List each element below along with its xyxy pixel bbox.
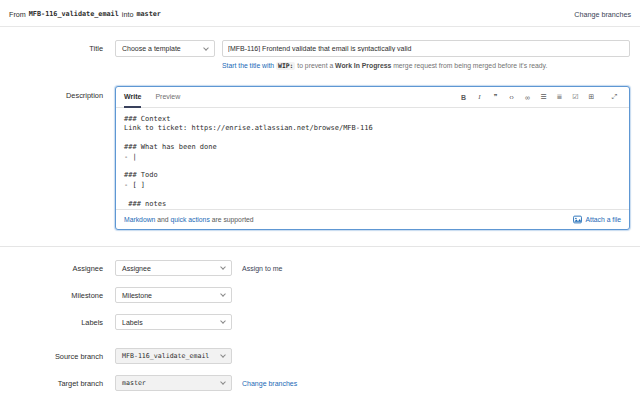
source-branch-dropdown[interactable]: MFB-116_validate_email: [115, 348, 232, 364]
numbered-list-icon[interactable]: ≣: [553, 91, 566, 104]
fullscreen-icon[interactable]: ⤢: [608, 91, 621, 104]
target-branch-dropdown[interactable]: master: [115, 375, 232, 391]
bulleted-list-icon[interactable]: ☰: [537, 91, 550, 104]
labels-dropdown[interactable]: Labels: [115, 314, 232, 330]
assign-to-me-link[interactable]: Assign to me: [242, 265, 282, 272]
description-label: Description: [0, 86, 115, 100]
into-label: into: [122, 10, 134, 19]
choose-template-label: Choose a template: [122, 45, 181, 52]
milestone-dropdown[interactable]: Milestone: [115, 287, 232, 303]
editor-footer: Markdown and quick actions are supported…: [116, 209, 629, 229]
new-merge-request-page: From MFB-116_validate_email into master …: [0, 0, 640, 400]
chevron-down-icon: [220, 318, 226, 324]
choose-template-dropdown[interactable]: Choose a template: [115, 40, 215, 57]
tab-preview[interactable]: Preview: [155, 87, 180, 108]
attach-file-label: Attach a file: [585, 216, 621, 223]
bold-icon[interactable]: B: [457, 91, 470, 104]
labels-row: Labels Labels: [0, 314, 640, 330]
assignee-label: Assignee: [0, 264, 115, 273]
chevron-down-icon: [220, 379, 226, 385]
attach-file-button[interactable]: Attach a file: [573, 215, 621, 224]
chevron-down-icon: [220, 352, 226, 358]
description-row: Description Write Preview B I ❞ ‹› ∞ ☰ ≣…: [0, 86, 640, 230]
source-branch-label: Source branch: [0, 352, 115, 361]
branch-summary-header: From MFB-116_validate_email into master …: [0, 0, 640, 27]
target-branch-value: master: [122, 379, 146, 387]
description-textarea[interactable]: ### Context Link to ticket: https://enri…: [116, 108, 629, 209]
footer-rest-text: are supported: [210, 216, 254, 223]
wip-hint: Start the title with WIP: to prevent a W…: [222, 61, 630, 71]
link-icon[interactable]: ∞: [521, 91, 534, 104]
target-branch-row: Target branch master Change branches: [0, 375, 640, 391]
assignee-dropdown-value: Assignee: [122, 265, 151, 272]
milestone-label: Milestone: [0, 291, 115, 300]
labels-dropdown-value: Labels: [122, 319, 143, 326]
source-branch-value: MFB-116_validate_email: [122, 352, 209, 360]
task-list-icon[interactable]: ☑: [569, 91, 582, 104]
chevron-down-icon: [220, 291, 226, 297]
change-branches-link-bottom[interactable]: Change branches: [242, 380, 297, 387]
from-label: From: [9, 10, 26, 19]
title-row: Title Choose a template: [0, 40, 640, 57]
source-branch-row: Source branch MFB-116_validate_email: [0, 348, 640, 364]
meta-fields: Assignee Assignee Assign to me Milestone…: [0, 260, 640, 330]
labels-label: Labels: [0, 318, 115, 327]
section-divider: [0, 246, 640, 247]
quick-actions-link[interactable]: quick actions: [170, 216, 209, 223]
assignee-row: Assignee Assignee Assign to me: [0, 260, 640, 276]
table-icon[interactable]: ⊞: [585, 91, 598, 104]
code-icon[interactable]: ‹›: [505, 91, 518, 104]
chevron-down-icon: [203, 45, 209, 51]
attach-image-icon: [573, 215, 582, 224]
editor-tabbar: Write Preview B I ❞ ‹› ∞ ☰ ≣ ☑ ⊞ ⤢: [116, 87, 629, 108]
assignee-dropdown[interactable]: Assignee: [115, 260, 232, 276]
italic-icon[interactable]: I: [473, 91, 486, 104]
wip-code-chip: WIP:: [276, 62, 295, 70]
markdown-support-text: Markdown and quick actions are supported: [124, 216, 254, 223]
wip-hint-mid: to prevent a: [295, 62, 335, 69]
branch-fields: Source branch MFB-116_validate_email Tar…: [0, 348, 640, 391]
title-input[interactable]: [222, 40, 630, 57]
target-branch-ref: master: [136, 10, 161, 18]
wip-hint-bold: Work In Progress: [335, 62, 391, 69]
change-branches-link-top[interactable]: Change branches: [574, 10, 631, 19]
target-branch-label: Target branch: [0, 379, 115, 388]
milestone-dropdown-value: Milestone: [122, 292, 152, 299]
chevron-down-icon: [220, 264, 226, 270]
source-branch-ref: MFB-116_validate_email: [29, 10, 119, 18]
description-editor: Write Preview B I ❞ ‹› ∞ ☰ ≣ ☑ ⊞ ⤢ ### C…: [115, 86, 630, 230]
tab-write[interactable]: Write: [124, 87, 141, 108]
wip-hint-link[interactable]: Start the title with: [222, 62, 274, 69]
wip-hint-rest: merge request from being merged before i…: [391, 62, 547, 69]
title-label: Title: [0, 44, 115, 53]
markdown-link[interactable]: Markdown: [124, 216, 155, 223]
milestone-row: Milestone Milestone: [0, 287, 640, 303]
quote-icon[interactable]: ❞: [489, 91, 502, 104]
footer-and-text: and: [155, 216, 170, 223]
markdown-toolbar: B I ❞ ‹› ∞ ☰ ≣ ☑ ⊞ ⤢: [457, 91, 621, 104]
